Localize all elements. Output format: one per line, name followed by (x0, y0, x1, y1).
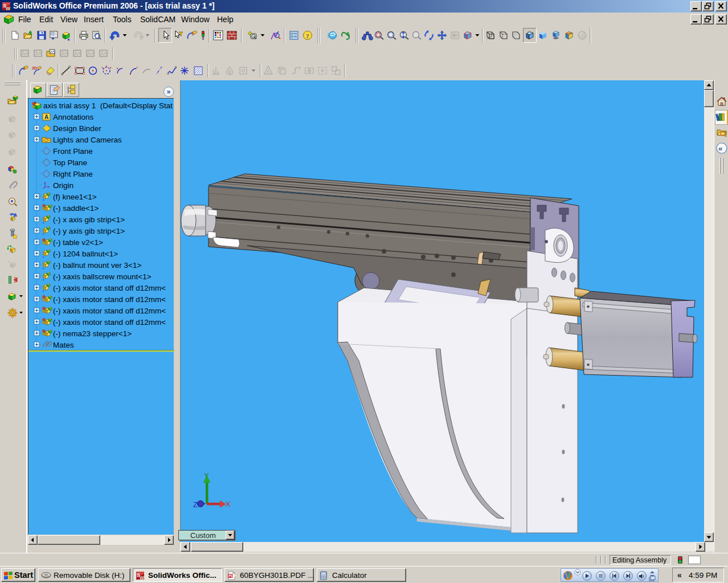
svg-text:(-) xaxis motor stand off d12m: (-) xaxis motor stand off d12mm< (53, 307, 166, 315)
svg-text:(-) y axis gib strip<1>: (-) y axis gib strip<1> (53, 227, 125, 235)
svg-text:(-) 1204 ballnut<1>: (-) 1204 ballnut<1> (53, 250, 118, 258)
svg-text:(-) ballnut mount ver 3<1>: (-) ballnut mount ver 3<1> (53, 261, 141, 270)
svg-text:(-) x axis gib strip<1>: (-) x axis gib strip<1> (53, 215, 125, 224)
svg-text:(-) xaxis ballscrew mount<1>: (-) xaxis ballscrew mount<1> (53, 272, 152, 281)
svg-text:X: X (226, 500, 231, 508)
svg-text:(-) xaxis motor stand off d12m: (-) xaxis motor stand off d12mm< (53, 284, 166, 292)
svg-text:(-) table v2<1>: (-) table v2<1> (53, 238, 103, 247)
svg-text:Design Binder: Design Binder (53, 124, 101, 133)
svg-text:(-) saddle<1>: (-) saddle<1> (53, 204, 99, 213)
svg-text:Y: Y (204, 471, 209, 480)
svg-text:(-) xaxis motor stand off d12m: (-) xaxis motor stand off d12mm< (53, 318, 166, 327)
svg-text:Mates: Mates (53, 341, 74, 349)
svg-text:3D: 3D (32, 66, 37, 70)
svg-text:A: A (267, 69, 270, 74)
svg-text:W: W (6, 6, 11, 11)
svg-text:Front Plane: Front Plane (53, 147, 93, 156)
svg-text:axis trial assy 1 (Default<Di: axis trial assy 1 (Default<Display Stat (43, 101, 173, 110)
svg-text:(-) nema23 stepper<1>: (-) nema23 stepper<1> (53, 329, 132, 338)
svg-text:Lights and Cameras: Lights and Cameras (53, 136, 122, 144)
svg-text:Z: Z (193, 500, 198, 509)
svg-text:Origin: Origin (53, 181, 73, 190)
svg-text:Annotations: Annotations (53, 113, 94, 121)
svg-text:Right Plane: Right Plane (53, 170, 93, 178)
svg-text:«: « (718, 144, 722, 153)
svg-text:A: A (44, 114, 48, 120)
svg-text:W: W (140, 575, 145, 581)
svg-text:?: ? (306, 32, 309, 39)
svg-text:(-) xaxis motor stand off d12m: (-) xaxis motor stand off d12mm< (53, 295, 166, 304)
svg-text:Top Plane: Top Plane (53, 158, 87, 167)
svg-text:(f) knee1<1>: (f) knee1<1> (53, 193, 97, 201)
svg-text:PDF: PDF (228, 574, 236, 578)
